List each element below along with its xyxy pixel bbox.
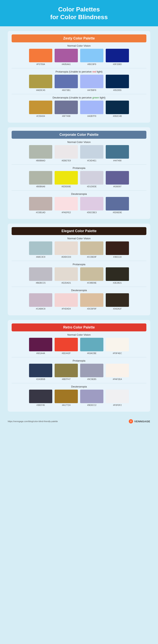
swatch-code: #6073B1 [62,89,70,91]
palettes-container: Zesty Color PaletteNormal Color Vision#F… [0,26,158,412]
swatch-wrap: #342A1F [106,293,129,310]
color-swatch [55,267,78,281]
color-swatch [29,267,52,281]
swatch-code: #F0F0F2 [113,404,122,406]
swatch-wrap: #DCBF9F [80,293,103,310]
color-swatch [29,197,52,210]
swatch-wrap: #F0F0F2 [106,390,129,406]
swatch-code: #FAF2EA [113,378,122,380]
swatch-code: #052955 [113,89,122,91]
swatch-wrap: #CAB8C8 [29,293,52,310]
swatches-row-corporate-2: #C0B1AD#FADFE2#DECBE3#5D6E9E [12,197,146,214]
vision-section-zesty-1: Protanopia (Unable to perceive red light… [12,70,146,91]
swatch-wrap: #D1D0DE [80,171,103,188]
vision-section-zesty-0: Normal Color Vision#F5793A#A95AA1#85C8F9… [12,44,146,66]
color-swatch [80,100,103,114]
swatch-wrap: #2E2B21 [106,267,129,284]
color-swatch [55,390,78,403]
color-swatch [29,145,52,159]
swatch-code: #F4D4D4 [62,308,71,310]
section-divider [12,190,146,190]
section-divider [12,164,146,165]
swatch-wrap: #85C8F9 [80,49,103,66]
swatch-code: #EE442F [62,352,71,354]
swatch-code: #63ACBE [87,352,96,354]
vision-section-elegant-0: Normal Color Vision#A8C3C9#E8DCD3#CCBE9F… [12,237,146,258]
swatches-row-zesty-1: #AE9C45#6073B1#A7B8F8#052955 [12,75,146,91]
swatch-wrap: #A3B7F9 [80,100,103,117]
color-swatch [106,49,129,62]
color-swatch [106,145,129,159]
color-swatch [106,171,129,184]
section-divider [12,94,146,94]
swatch-wrap: #601A4A [29,338,52,354]
color-swatch [106,242,129,255]
swatch-code: #5D6E9E [113,211,122,214]
swatch-wrap: #DECBE3 [80,197,103,214]
color-swatch [29,390,52,403]
swatch-wrap: #63ACBE [80,338,103,354]
color-swatch [80,364,103,377]
swatch-code: #C6D4E1 [87,160,96,162]
section-divider [12,261,146,261]
swatch-code: #C59434 [36,115,45,117]
swatch-wrap: #BEBCC5 [29,267,52,284]
swatch-code: #A3B7F9 [87,115,96,117]
color-swatch [55,145,78,159]
swatch-code: #CAB8C8 [36,308,46,310]
color-swatch [106,338,129,351]
color-swatch [55,171,78,184]
swatch-code: #B0B6A8 [36,185,45,188]
color-swatch [80,242,103,255]
color-swatch [29,100,52,114]
swatch-wrap: #B0B8AD [29,145,52,162]
swatch-code: #601A4A [36,352,45,354]
swatch-code: #AE9C45 [36,89,45,91]
swatch-wrap: #FAF2EA [106,364,129,380]
swatch-wrap: #052955 [106,75,129,91]
swatch-wrap: #E2DAD1 [55,267,78,284]
swatch-code: #636097 [113,185,122,188]
swatch-code: #092C4B [113,115,122,117]
vision-section-retro-2: Deuteranopia#383745#A17724#9E9CC2#F0F0F2 [12,385,146,406]
palette-card-zesty: Zesty Color PaletteNormal Color Vision#F… [8,31,150,123]
swatch-code: #6F7498 [62,115,70,117]
color-swatch [106,390,129,403]
swatch-code: #9E9CC2 [87,404,96,406]
color-swatch [29,338,52,351]
swatch-wrap: #C59434 [29,100,52,117]
swatch-code: #9C9EB5 [87,378,96,380]
swatch-code: #2A3B5B [36,378,45,380]
swatch-wrap: #6F7498 [55,100,78,117]
color-swatch [106,364,129,377]
swatch-wrap: #9E9CC2 [80,390,103,406]
swatch-code: #E8DCD3 [61,256,71,258]
swatch-code: #447490 [113,160,122,162]
swatch-wrap: #F5793A [29,49,52,66]
color-swatch [80,390,103,403]
swatch-wrap: #EE442F [55,338,78,354]
swatch-code: #383745 [37,404,45,406]
section-divider [12,383,146,383]
footer-brand-name: VENNGAGE [134,420,150,423]
swatch-wrap: #FADFE2 [55,197,78,214]
color-swatch [80,338,103,351]
swatches-row-corporate-0: #B0B8AD#EBE7E9#C6D4E1#447490 [12,145,146,162]
swatch-wrap: #383745 [29,390,52,406]
swatches-row-retro-1: #2A3B5B#8B7F47#9C9EB5#FAF2EA [12,364,146,380]
vision-section-corporate-1: Protanopia#B0B6A8#EDE60E#D1D0DE#636097 [12,166,146,188]
venngage-logo-icon: V [128,419,133,424]
swatch-wrap: #C0B1AD [29,197,52,214]
section-divider [12,287,146,287]
swatch-code: #C9BD9E [87,282,97,284]
swatch-code: #B0B8AD [36,160,45,162]
swatch-wrap: #E8DCD3 [55,242,78,258]
swatch-code: #2E2B21 [113,282,122,284]
swatch-code: #EBE7E9 [62,160,71,162]
vision-label-corporate-2: Deuteranopia [12,192,146,196]
page-title: Color Palettesfor Color Blindness [12,6,146,21]
swatch-code: #85C8F9 [87,63,96,66]
color-swatch [106,100,129,114]
color-swatch [80,293,103,307]
swatch-wrap: #AE9C45 [29,75,52,91]
